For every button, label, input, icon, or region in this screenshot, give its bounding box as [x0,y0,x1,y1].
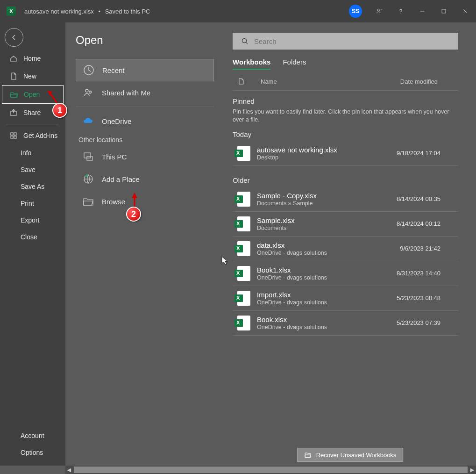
sidebar-item-open[interactable]: Open [2,85,64,104]
file-date: 5/23/2023 07:39 [397,319,440,326]
file-name: Sample.xlsx [257,216,295,224]
svg-rect-15 [87,157,92,160]
close-button[interactable] [455,0,476,22]
back-button[interactable] [5,28,23,47]
svg-rect-14 [84,153,91,158]
scrollbar-thumb[interactable] [74,467,468,473]
search-icon [241,37,249,45]
svg-rect-10 [14,136,16,138]
location-browse[interactable]: Browse [76,190,214,213]
window-filename: autosave not working.xlsx [24,8,94,15]
tab-workbooks[interactable]: Workbooks [233,58,270,70]
recover-unsaved-label: Recover Unsaved Workbooks [316,452,397,459]
location-addplace[interactable]: Add a Place [76,168,214,190]
account-manager-icon[interactable] [369,0,390,22]
tab-folders[interactable]: Folders [283,58,306,70]
user-badge[interactable]: SS [349,5,362,18]
sidebar-item-info[interactable]: Info [0,144,65,161]
file-path: OneDrive - dvags solutions [257,324,327,330]
file-row[interactable]: Import.xlsx OneDrive - dvags solutions 5… [233,286,458,311]
file-type-tabs: Workbooks Folders [233,58,458,70]
file-row[interactable]: data.xlsx OneDrive - dvags solutions 9/6… [233,237,458,261]
sidebar-item-label: Info [21,149,31,157]
search-input[interactable] [254,37,458,45]
file-name: Import.xlsx [257,291,327,299]
location-thispc[interactable]: This PC [76,145,214,168]
file-row[interactable]: Sample - Copy.xlsx Documents » Sample 8/… [233,187,458,212]
scrollbar-track[interactable] [74,467,468,473]
help-icon[interactable] [390,0,412,22]
sidebar-item-save[interactable]: Save [0,161,65,178]
sidebar-item-print[interactable]: Print [0,195,65,212]
excel-file-icon [237,316,250,330]
sidebar-separator [7,124,59,124]
file-path: Desktop [257,154,337,161]
file-path: Documents [257,225,295,231]
sidebar-item-share[interactable]: Share [0,104,65,122]
section-pinned: Pinned [233,97,458,105]
sidebar-item-new[interactable]: New [0,67,65,85]
svg-rect-7 [11,133,13,135]
svg-point-12 [85,89,88,92]
search-box[interactable] [233,33,458,50]
svg-rect-8 [14,133,16,135]
column-name[interactable]: Name [261,78,277,85]
scroll-left-button[interactable]: ◄ [65,467,73,473]
location-label: Shared with Me [102,89,150,97]
sidebar-item-label: Home [23,55,41,62]
svg-rect-3 [442,9,446,13]
recover-unsaved-button[interactable]: Recover Unsaved Workbooks [297,448,404,462]
sidebar-item-label: New [23,72,36,80]
file-date: 5/23/2023 08:48 [397,294,440,302]
svg-point-17 [242,39,247,43]
excel-file-icon [237,291,250,306]
list-header: Name Date modified [233,75,458,91]
section-today: Today [233,130,458,138]
file-row[interactable]: autosave not working.xlsx Desktop 9/18/2… [233,141,458,166]
location-shared[interactable]: Shared with Me [76,81,214,104]
file-date: 8/14/2024 00:12 [397,220,440,227]
file-row[interactable]: Book.xlsx OneDrive - dvags solutions 5/2… [233,311,458,336]
file-date: 8/14/2024 00:35 [397,195,440,202]
window-save-status: Saved to this PC [105,8,150,15]
file-path: OneDrive - dvags solutions [257,274,327,281]
sidebar-item-account[interactable]: Account [0,427,65,444]
sidebar-item-home[interactable]: Home [0,50,65,67]
file-date: 8/31/2023 14:40 [397,270,440,277]
excel-file-icon [237,241,250,256]
scroll-right-button[interactable]: ► [469,467,476,473]
file-list-panel: Workbooks Folders Name Date modified Pin… [224,22,476,466]
horizontal-scrollbar[interactable]: ◄ ► [65,466,476,474]
file-row[interactable]: Book1.xlsx OneDrive - dvags solutions 8/… [233,261,458,286]
sidebar-item-close[interactable]: Close [0,229,65,245]
title-separator: • [98,8,100,15]
maximize-button[interactable] [433,0,455,22]
column-date[interactable]: Date modified [400,78,438,85]
sidebar-item-export[interactable]: Export [0,212,65,229]
sidebar-item-label: Print [21,200,34,207]
svg-line-18 [246,43,248,44]
file-name: autosave not working.xlsx [257,146,337,154]
sidebar-item-label: Open [24,91,40,98]
sidebar-item-addins[interactable]: Get Add-ins [0,127,65,144]
sidebar-item-options[interactable]: Options [0,444,65,461]
file-row[interactable]: Sample.xlsx Documents 8/14/2024 00:12 [233,212,458,237]
window-title: autosave not working.xlsx • Saved to thi… [24,8,150,15]
minimize-button[interactable] [412,0,433,22]
file-path: OneDrive - dvags solutions [257,299,327,306]
section-older: Older [233,176,458,184]
page-title: Open [76,34,214,47]
file-path: OneDrive - dvags solutions [257,250,327,256]
location-onedrive[interactable]: OneDrive [76,110,214,132]
file-name: Sample - Copy.xlsx [257,192,317,200]
excel-file-icon [237,266,250,281]
location-label: Browse [102,198,125,206]
location-recent[interactable]: Recent [76,59,214,81]
sidebar-item-label: Get Add-ins [23,132,57,139]
location-label: Add a Place [102,175,140,183]
sidebar-item-saveas[interactable]: Save As [0,178,65,195]
titlebar: X autosave not working.xlsx • Saved to t… [0,0,476,22]
excel-file-icon [237,146,250,161]
file-name: Book.xlsx [257,316,327,323]
sidebar-item-label: Close [21,233,37,241]
